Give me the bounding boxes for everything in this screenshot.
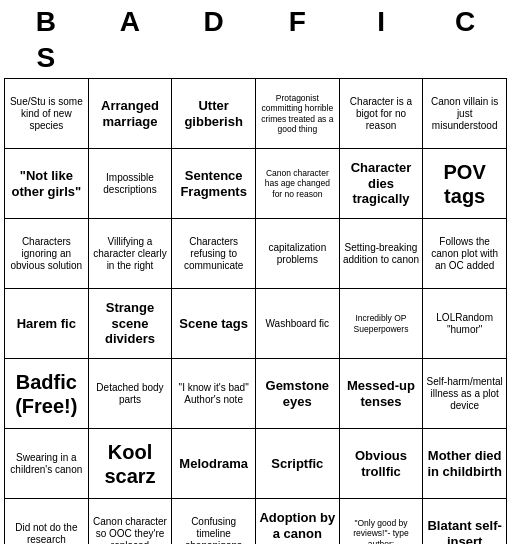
bingo-card: B A D F I C S Sue/Stu is some kind of ne… xyxy=(0,0,511,544)
cell-40[interactable]: "Only good by reviews!"- type author; xyxy=(340,499,424,544)
cell-text-15: capitalization problems xyxy=(259,242,336,266)
cell-21[interactable]: Washboard fic xyxy=(256,289,340,359)
cell-text-39: Adoption by a canon character xyxy=(259,510,336,544)
cell-text-33: Scriptfic xyxy=(271,456,323,472)
cell-39[interactable]: Adoption by a canon character xyxy=(256,499,340,544)
cell-text-16: Setting-breaking addition to canon xyxy=(343,242,420,266)
cell-text-25: Detached body parts xyxy=(92,382,169,406)
cell-22[interactable]: Incredibly OP Sueperpowers xyxy=(340,289,424,359)
cell-32[interactable]: Melodrama xyxy=(172,429,256,499)
cell-text-30: Swearing in a children's canon xyxy=(8,452,85,476)
cell-41[interactable]: Blatant self-insert xyxy=(423,499,507,544)
cell-text-13: Villifying a character clearly in the ri… xyxy=(92,236,169,272)
cell-38[interactable]: Confusing timeline shenanigans xyxy=(172,499,256,544)
header-s: S xyxy=(4,40,88,76)
cell-10[interactable]: Character dies tragically xyxy=(340,149,424,219)
cell-0[interactable]: Sue/Stu is some kind of new species xyxy=(5,79,89,149)
cell-text-32: Melodrama xyxy=(179,456,248,472)
header-c: C xyxy=(423,4,507,40)
cell-text-22: Incredibly OP Sueperpowers xyxy=(343,313,420,333)
cell-text-21: Washboard fic xyxy=(266,318,330,330)
header-row: B A D F I C S xyxy=(4,4,507,76)
cell-text-9: Canon character has age changed for no r… xyxy=(259,168,336,199)
cell-34[interactable]: Obvious trollfic xyxy=(340,429,424,499)
bingo-grid: Sue/Stu is some kind of new speciesArran… xyxy=(4,78,507,544)
header-d: D xyxy=(172,4,256,40)
cell-33[interactable]: Scriptfic xyxy=(256,429,340,499)
cell-text-34: Obvious trollfic xyxy=(343,448,420,479)
cell-4[interactable]: Character is a bigot for no reason xyxy=(340,79,424,149)
cell-text-38: Confusing timeline shenanigans xyxy=(175,516,252,545)
cell-20[interactable]: Scene tags xyxy=(172,289,256,359)
cell-text-1: Arranged marriage xyxy=(92,98,169,129)
cell-text-37: Canon character so OOC they're replaced xyxy=(92,516,169,545)
cell-24[interactable]: Badfic (Free!) xyxy=(5,359,89,429)
cell-7[interactable]: Impossible descriptions xyxy=(89,149,173,219)
header-f: F xyxy=(256,4,340,40)
cell-18[interactable]: Harem fic xyxy=(5,289,89,359)
cell-25[interactable]: Detached body parts xyxy=(89,359,173,429)
cell-29[interactable]: Self-harm/mental illness as a plot devic… xyxy=(423,359,507,429)
cell-12[interactable]: Characters ignoring an obvious solution xyxy=(5,219,89,289)
cell-5[interactable]: Canon villain is just misunderstood xyxy=(423,79,507,149)
cell-text-40: "Only good by reviews!"- type author; xyxy=(343,518,420,544)
cell-15[interactable]: capitalization problems xyxy=(256,219,340,289)
cell-text-3: Protagonist committing horrible crimes t… xyxy=(259,93,336,134)
cell-27[interactable]: Gemstone eyes xyxy=(256,359,340,429)
cell-2[interactable]: Utter gibberish xyxy=(172,79,256,149)
cell-text-17: Follows the canon plot with an OC added xyxy=(426,236,503,272)
cell-37[interactable]: Canon character so OOC they're replaced xyxy=(89,499,173,544)
cell-6[interactable]: "Not like other girls" xyxy=(5,149,89,219)
cell-text-23: LOLRandom "humor" xyxy=(426,312,503,336)
cell-31[interactable]: Kool scarz xyxy=(89,429,173,499)
cell-14[interactable]: Characters refusing to communicate xyxy=(172,219,256,289)
cell-3[interactable]: Protagonist committing horrible crimes t… xyxy=(256,79,340,149)
cell-text-29: Self-harm/mental illness as a plot devic… xyxy=(426,376,503,412)
cell-text-35: Mother died in childbirth xyxy=(426,448,503,479)
cell-36[interactable]: Did not do the research xyxy=(5,499,89,544)
cell-text-27: Gemstone eyes xyxy=(259,378,336,409)
header-i: I xyxy=(339,4,423,40)
cell-text-5: Canon villain is just misunderstood xyxy=(426,96,503,132)
cell-text-20: Scene tags xyxy=(179,316,248,332)
cell-text-8: Sentence Fragments xyxy=(175,168,252,199)
cell-text-2: Utter gibberish xyxy=(175,98,252,129)
cell-text-6: "Not like other girls" xyxy=(8,168,85,199)
cell-text-36: Did not do the research xyxy=(8,522,85,545)
header-a: A xyxy=(88,4,172,40)
cell-26[interactable]: "I know it's bad" Author's note xyxy=(172,359,256,429)
cell-text-41: Blatant self-insert xyxy=(426,518,503,544)
cell-19[interactable]: Strange scene dividers xyxy=(89,289,173,359)
cell-text-10: Character dies tragically xyxy=(343,160,420,207)
cell-text-24: Badfic (Free!) xyxy=(8,370,85,418)
cell-text-0: Sue/Stu is some kind of new species xyxy=(8,96,85,132)
cell-text-14: Characters refusing to communicate xyxy=(175,236,252,272)
cell-text-4: Character is a bigot for no reason xyxy=(343,96,420,132)
cell-9[interactable]: Canon character has age changed for no r… xyxy=(256,149,340,219)
header-b: B xyxy=(4,4,88,40)
cell-8[interactable]: Sentence Fragments xyxy=(172,149,256,219)
cell-28[interactable]: Messed-up tenses xyxy=(340,359,424,429)
cell-16[interactable]: Setting-breaking addition to canon xyxy=(340,219,424,289)
cell-text-12: Characters ignoring an obvious solution xyxy=(8,236,85,272)
cell-30[interactable]: Swearing in a children's canon xyxy=(5,429,89,499)
cell-35[interactable]: Mother died in childbirth xyxy=(423,429,507,499)
cell-text-28: Messed-up tenses xyxy=(343,378,420,409)
cell-text-7: Impossible descriptions xyxy=(92,172,169,196)
cell-text-26: "I know it's bad" Author's note xyxy=(175,382,252,406)
cell-text-19: Strange scene dividers xyxy=(92,300,169,347)
cell-17[interactable]: Follows the canon plot with an OC added xyxy=(423,219,507,289)
cell-text-31: Kool scarz xyxy=(92,440,169,488)
cell-23[interactable]: LOLRandom "humor" xyxy=(423,289,507,359)
cell-text-11: POV tags xyxy=(426,160,503,208)
cell-13[interactable]: Villifying a character clearly in the ri… xyxy=(89,219,173,289)
cell-text-18: Harem fic xyxy=(17,316,76,332)
cell-11[interactable]: POV tags xyxy=(423,149,507,219)
cell-1[interactable]: Arranged marriage xyxy=(89,79,173,149)
